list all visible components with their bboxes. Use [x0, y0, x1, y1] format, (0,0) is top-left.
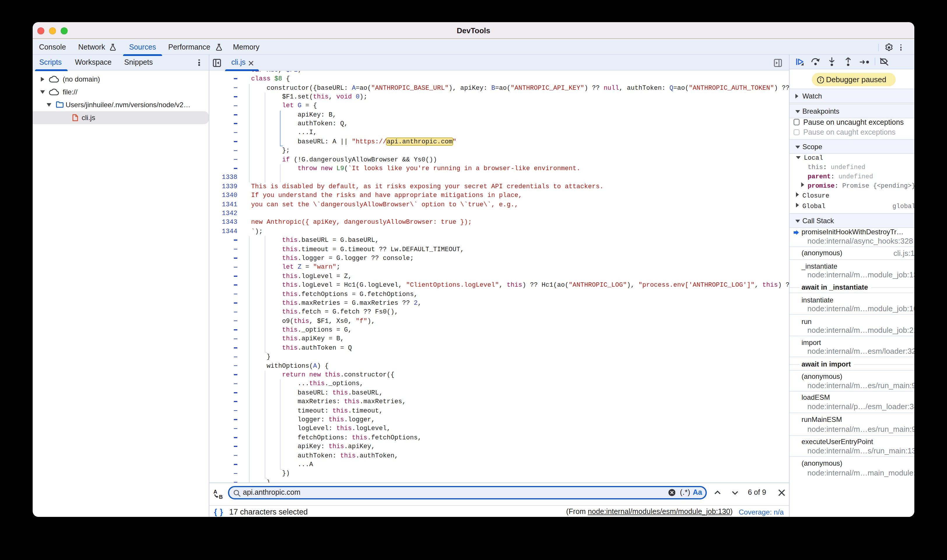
svg-text:B: B	[219, 494, 222, 499]
svg-text:A: A	[213, 489, 217, 495]
